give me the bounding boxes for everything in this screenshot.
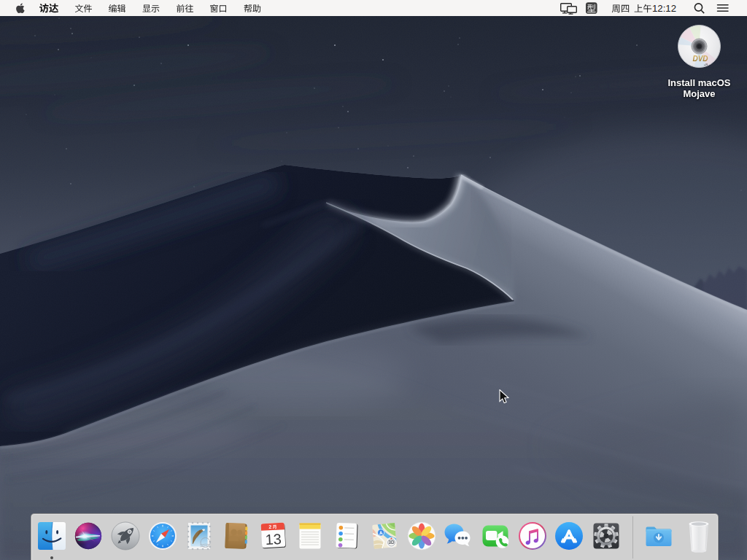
svg-text:13: 13 (265, 531, 282, 548)
svg-text:+R: +R (704, 63, 708, 66)
svg-text:DVD: DVD (692, 55, 708, 63)
svg-text:12:12: 12:12 (652, 3, 676, 14)
svg-text:A: A (379, 530, 383, 535)
svg-text:3D: 3D (388, 540, 395, 545)
svg-text:2: 2 (268, 524, 271, 529)
